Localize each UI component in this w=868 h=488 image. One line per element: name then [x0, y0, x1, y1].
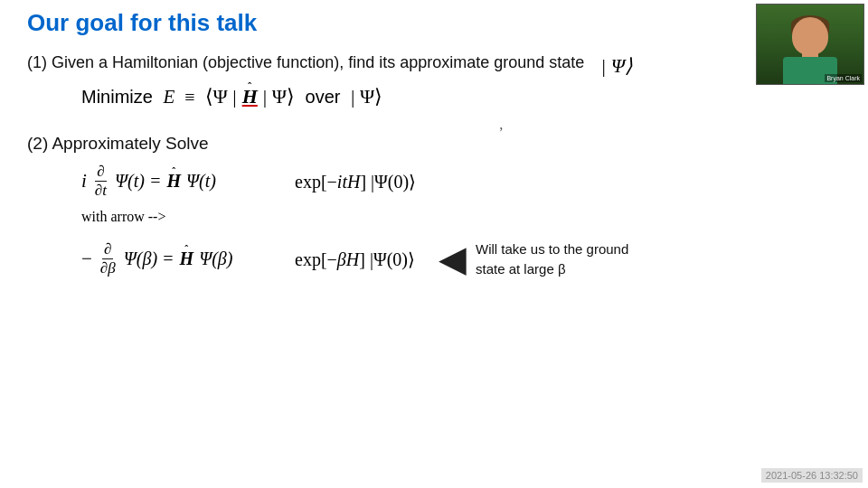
slide-title: Our goal for this talk	[27, 9, 841, 37]
leftward-arrow: ◀	[439, 241, 467, 277]
section2-label: (2) Approximately Solve	[27, 134, 841, 154]
minimize-equation: Minimize E ≡ ⟨Ψ | ˆ H | Ψ⟩ over | Ψ⟩	[81, 85, 841, 108]
section1-label: (1) Given a Hamiltonian (objective funct…	[27, 53, 593, 72]
eq2-right: exp[−βH] |Ψ(0)⟩	[295, 249, 415, 270]
webcam-overlay: Bryan Clark	[756, 4, 864, 85]
slide-container: Our goal for this talk (1) Given a Hamil…	[0, 0, 868, 488]
webcam-person	[757, 5, 863, 84]
eq2-left: − ∂ ∂β Ψ(β) = ˆ H Ψ(β)	[81, 240, 280, 277]
eq1-left: i ∂ ∂t Ψ(t) = ˆ H Ψ(t)	[81, 163, 280, 200]
section1-ket: | Ψ⟩	[600, 54, 633, 78]
equation-row-2: − ∂ ∂β Ψ(β) = ˆ H Ψ(β) exp[−βH] |Ψ(0)⟩	[81, 239, 841, 279]
timestamp: 2021-05-26 13:32:50	[761, 468, 863, 483]
equation-row-1: i ∂ ∂t Ψ(t) = ˆ H Ψ(t) exp[−itH] |Ψ(0)⟩	[81, 163, 841, 200]
eq1-right: exp[−itH] |Ψ(0)⟩	[295, 171, 416, 192]
tick-mark: ’	[498, 125, 503, 141]
section2-header: (2) Approximately Solve i ∂ ∂t Ψ(t) = ˆ …	[27, 134, 841, 279]
equations-block: i ∂ ∂t Ψ(t) = ˆ H Ψ(t) exp[−itH] |Ψ(0)⟩	[81, 163, 841, 279]
arrow-text: Will take us to the ground state at larg…	[476, 239, 656, 279]
webcam-name: Bryan Clark	[825, 74, 862, 82]
arrow-block: ◀ Will take us to the ground state at la…	[439, 239, 656, 279]
